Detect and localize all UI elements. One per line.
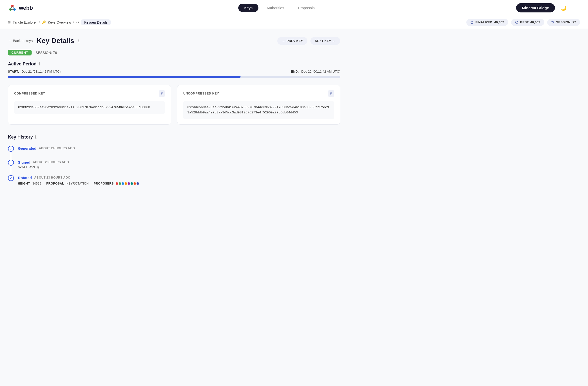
timeline-header-signed: Signed ABOUT 23 HOURS AGO xyxy=(18,160,69,164)
time-signed: ABOUT 23 HOURS AGO xyxy=(33,160,69,164)
timeline-line-1 xyxy=(11,152,11,160)
period-dates: START: Dec 21 (23:11:42 PM UTC) END: Dec… xyxy=(8,70,340,73)
timeline-left-signed: ✓ xyxy=(8,160,14,174)
header: webb Keys Authorities Proposals Minerva … xyxy=(0,0,588,16)
timeline-left-rotated: ✓ xyxy=(8,175,14,181)
timeline-circle-rotated: ✓ xyxy=(8,175,14,181)
timeline-item-signed: ✓ Signed ABOUT 23 HOURS AGO 0x2dd...453 … xyxy=(8,160,340,175)
active-period-label: Active Period xyxy=(8,61,37,67)
timeline-item-generated: ✓ Generated ABOUT 24 HOURS AGO xyxy=(8,146,340,160)
proposal-value: KeyRotation xyxy=(66,182,89,185)
next-key-button[interactable]: NEXT KEY → xyxy=(310,37,340,45)
logo: webb xyxy=(8,3,33,12)
timeline-circle-signed: ✓ xyxy=(8,160,14,166)
breadcrumb-sep-1: / xyxy=(39,20,40,24)
compressed-key-copy-button[interactable]: ⎘ xyxy=(159,90,165,97)
best-icon: ⬡ xyxy=(515,20,518,24)
height-value: 34599 xyxy=(32,182,41,185)
timeline-content-signed: Signed ABOUT 23 HOURS AGO 0x2dd...453 ⎘ xyxy=(18,160,69,175)
proposer-dots xyxy=(116,182,139,185)
signed-sub: 0x2dd...453 ⎘ xyxy=(18,165,69,169)
height-label: HEIGHT xyxy=(18,182,30,185)
key-icon: 🔑 xyxy=(42,20,46,24)
dot-3 xyxy=(122,182,124,185)
prev-key-label: PREV KEY xyxy=(287,39,303,43)
timeline-header-rotated: Rotated ABOUT 23 HOURS AGO xyxy=(18,176,139,180)
history-label: Key History xyxy=(8,135,33,140)
shield-icon: 🛡 xyxy=(76,20,79,24)
uncompressed-key-header: UNCOMPRESSED KEY ⎘ xyxy=(183,90,334,97)
meta-height: HEIGHT 34599 xyxy=(18,182,41,185)
compressed-key-header: COMPRESSED KEY ⎘ xyxy=(14,90,165,97)
timeline: ✓ Generated ABOUT 24 HOURS AGO ✓ xyxy=(8,146,340,191)
timeline-item-rotated: ✓ Rotated ABOUT 23 HOURS AGO HEIGHT 3459… xyxy=(8,175,340,191)
nav-tab-keys[interactable]: Keys xyxy=(238,4,258,12)
header-right: Minerva Bridge 🌙 ⋮ xyxy=(516,3,580,12)
more-menu-button[interactable]: ⋮ xyxy=(572,3,580,12)
uncompressed-key-label: UNCOMPRESSED KEY xyxy=(183,92,219,95)
history-title: Key History ℹ xyxy=(8,135,340,140)
event-rotated: Rotated xyxy=(18,176,32,180)
next-arrow-icon: → xyxy=(333,39,336,43)
nav-tab-authorities[interactable]: Authorities xyxy=(260,4,290,12)
rotated-meta: HEIGHT 34599 PROPOSAL KeyRotation PROPOS… xyxy=(18,182,139,185)
event-signed: Signed xyxy=(18,160,30,164)
end-label: END: xyxy=(291,70,299,73)
signed-hash-copy-button[interactable]: ⎘ xyxy=(37,165,40,169)
start-date: START: Dec 21 (23:11:42 PM UTC) xyxy=(8,70,61,73)
dot-5 xyxy=(128,182,130,185)
dot-6 xyxy=(131,182,133,185)
wallet-button[interactable]: Minerva Bridge xyxy=(516,3,555,12)
start-label: START: xyxy=(8,70,19,73)
session-label-text: SESSION: xyxy=(36,51,52,55)
time-rotated: ABOUT 23 HOURS AGO xyxy=(34,176,70,179)
dot-4 xyxy=(125,182,127,185)
prev-arrow-icon: ← xyxy=(282,39,285,43)
main-content: ← Back to keys Key Details ℹ ← PREV KEY … xyxy=(0,29,348,199)
prev-key-button[interactable]: ← PREV KEY xyxy=(277,37,307,45)
grid-icon: ⊞ xyxy=(8,20,11,24)
page-nav: ← PREV KEY NEXT KEY → xyxy=(277,37,340,45)
meta-proposers: PROPOSERS xyxy=(94,182,139,185)
active-period-info-icon[interactable]: ℹ xyxy=(39,62,40,66)
history-section: Key History ℹ ✓ Generated ABOUT 24 HOURS… xyxy=(8,135,340,191)
progress-bar-container xyxy=(8,76,340,78)
next-key-label: NEXT KEY xyxy=(315,39,331,43)
page-header: ← Back to keys Key Details ℹ ← PREV KEY … xyxy=(8,37,340,45)
back-label: Back to keys xyxy=(13,39,33,43)
page-header-left: ← Back to keys Key Details ℹ xyxy=(8,37,80,45)
keys-grid: COMPRESSED KEY ⎘ 0x032dde569aa98ef09fbd8… xyxy=(8,85,340,125)
current-badge: CURRENT xyxy=(8,50,32,55)
finalized-icon: ⬡ xyxy=(470,20,473,24)
history-info-icon[interactable]: ℹ xyxy=(35,135,36,140)
dot-2 xyxy=(119,182,121,185)
back-to-keys-link[interactable]: ← Back to keys xyxy=(8,39,33,43)
stat-pills: ⬡ FINALIZED: 40,007 ⬡ BEST: 40,007 ↻ SES… xyxy=(466,19,580,26)
session-info: SESSION: 76 xyxy=(36,51,57,55)
breadcrumb-keys[interactable]: Keys Overview xyxy=(48,20,71,24)
uncompressed-key-copy-button[interactable]: ⎘ xyxy=(328,90,334,97)
compressed-key-value: 0x032dde569aa98ef09fbd8d1e24482589787b4d… xyxy=(14,101,165,114)
timeline-line-2 xyxy=(11,166,11,174)
meta-proposal: PROPOSAL KeyRotation xyxy=(46,182,89,185)
start-value: Dec 21 (23:11:42 PM UTC) xyxy=(21,70,61,73)
back-arrow-icon: ← xyxy=(8,39,11,43)
theme-toggle-button[interactable]: 🌙 xyxy=(559,3,568,12)
nav-tab-proposals[interactable]: Proposals xyxy=(292,4,321,12)
breadcrumb-sep-2: / xyxy=(73,20,74,24)
compressed-key-box: COMPRESSED KEY ⎘ 0x032dde569aa98ef09fbd8… xyxy=(8,85,171,125)
session-number: 76 xyxy=(53,51,57,55)
breadcrumb-keygen[interactable]: Keygen Details xyxy=(81,19,110,25)
stat-best: ⬡ BEST: 40,007 xyxy=(511,19,544,26)
compressed-key-label: COMPRESSED KEY xyxy=(14,92,45,95)
uncompressed-key-box: UNCOMPRESSED KEY ⎘ 0x2dde569aa98ef09fbd8… xyxy=(177,85,340,125)
active-period-title: Active Period ℹ xyxy=(8,61,340,67)
event-generated: Generated xyxy=(18,146,36,150)
status-row: CURRENT SESSION: 76 xyxy=(8,50,340,55)
stat-session: ↻ SESSION: 77 xyxy=(547,19,580,26)
timeline-content-generated: Generated ABOUT 24 HOURS AGO xyxy=(18,146,75,157)
breadcrumb-tangle[interactable]: Tangle Explorer xyxy=(13,20,37,24)
title-info-icon[interactable]: ℹ xyxy=(78,39,80,43)
best-value: BEST: 40,007 xyxy=(520,20,540,24)
nav-tabs: Keys Authorities Proposals xyxy=(43,4,516,12)
